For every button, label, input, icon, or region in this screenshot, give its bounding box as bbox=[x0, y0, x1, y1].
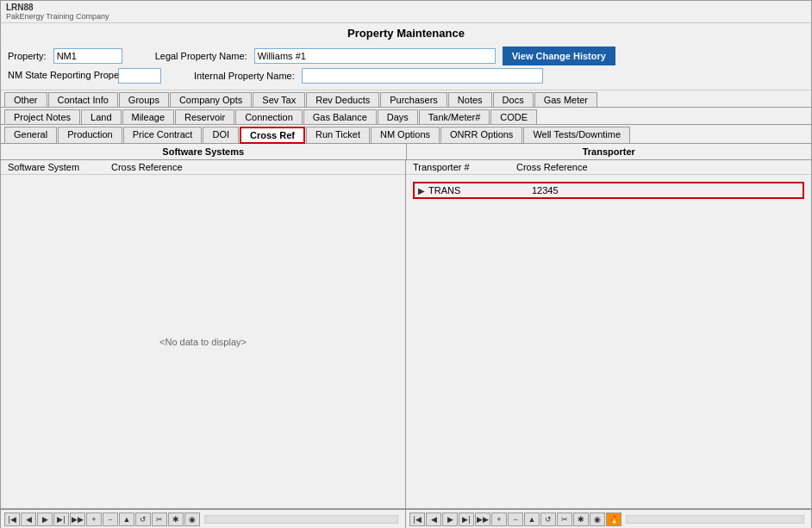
toolbar-btn-right-11[interactable]: ◉ bbox=[590, 512, 605, 526]
tab-run-ticket[interactable]: Run Ticket bbox=[306, 127, 370, 143]
right-col2-header: Cross Reference bbox=[516, 162, 620, 172]
toolbar-btn-left-3[interactable]: ▶| bbox=[53, 512, 69, 526]
toolbar-btn-right-4[interactable]: ▶▶ bbox=[475, 512, 490, 526]
left-scrollbar[interactable] bbox=[204, 515, 398, 524]
form-row-1: Property: Legal Property Name: View Chan… bbox=[8, 47, 804, 65]
toolbar-btn-right-10[interactable]: ✱ bbox=[573, 512, 589, 526]
panels: Software System Cross Reference <No data… bbox=[1, 160, 811, 508]
toolbar-btn-left-6[interactable]: − bbox=[103, 512, 118, 526]
right-col1-header: Transporter # bbox=[413, 162, 516, 172]
tab-nm-options[interactable]: NM Options bbox=[371, 127, 440, 143]
tab-code[interactable]: CODE bbox=[490, 109, 537, 124]
tab-well-tests/downtime[interactable]: Well Tests/Downtime bbox=[523, 127, 630, 143]
left-panel: Software System Cross Reference <No data… bbox=[1, 160, 406, 508]
right-panel: Transporter # Cross Reference ▶ TRANS 12… bbox=[406, 160, 811, 508]
main-window: LRN88 PakEnergy Training Company Propert… bbox=[0, 0, 812, 528]
toolbar-btn-right-2[interactable]: ▶ bbox=[442, 512, 458, 526]
tab-rev-deducts[interactable]: Rev Deducts bbox=[306, 92, 379, 107]
tab-company-opts[interactable]: Company Opts bbox=[170, 92, 252, 107]
tab-gas-meter[interactable]: Gas Meter bbox=[534, 92, 597, 107]
tab-project-notes[interactable]: Project Notes bbox=[4, 109, 80, 124]
tabs-row-3: GeneralProductionPrice ContractDOICross … bbox=[1, 125, 811, 144]
page-title: Property Maintenance bbox=[1, 23, 811, 43]
property-input[interactable] bbox=[53, 48, 122, 64]
left-panel-body: <No data to display> bbox=[1, 175, 405, 508]
toolbar-btn-left-1[interactable]: ◀ bbox=[21, 512, 36, 526]
tab-purchasers[interactable]: Purchasers bbox=[380, 92, 447, 107]
toolbar-btn-left-0[interactable]: |◀ bbox=[4, 512, 20, 526]
form-area: Property: Legal Property Name: View Chan… bbox=[1, 43, 811, 90]
cross-ref-value: 12345 bbox=[532, 185, 635, 196]
toolbar-btn-right-0[interactable]: |◀ bbox=[409, 512, 425, 526]
tab-onrr-options[interactable]: ONRR Options bbox=[440, 127, 522, 143]
toolbar-btn-left-7[interactable]: ▲ bbox=[119, 512, 134, 526]
toolbar-btn-left-9[interactable]: ✂ bbox=[152, 512, 167, 526]
right-col-headers: Transporter # Cross Reference bbox=[406, 160, 811, 175]
tab-price-contract[interactable]: Price Contract bbox=[123, 127, 203, 143]
form-row-2: NM State Reporting Property#: Internal P… bbox=[8, 68, 804, 84]
tab-notes[interactable]: Notes bbox=[448, 92, 492, 107]
tab-other[interactable]: Other bbox=[4, 92, 47, 107]
tab-tank/meter#[interactable]: Tank/Meter# bbox=[419, 109, 490, 124]
view-history-button[interactable]: View Change History bbox=[503, 47, 615, 65]
table-row[interactable]: ▶ TRANS 12345 bbox=[415, 183, 803, 197]
transporter-num: TRANS bbox=[428, 185, 532, 196]
tabs-row-1: OtherContact InfoGroupsCompany OptsSev T… bbox=[1, 90, 811, 108]
internal-name-input[interactable] bbox=[302, 68, 543, 84]
row-arrow: ▶ bbox=[418, 186, 425, 196]
left-col2-header: Cross Reference bbox=[111, 162, 215, 172]
toolbar-btn-left-10[interactable]: ✱ bbox=[168, 512, 184, 526]
toolbar-btn-right-5[interactable]: + bbox=[491, 512, 507, 526]
property-label: Property: bbox=[8, 51, 47, 61]
internal-name-label: Internal Property Name: bbox=[194, 71, 295, 81]
tab-docs[interactable]: Docs bbox=[493, 92, 534, 107]
toolbar-btn-right-1[interactable]: ◀ bbox=[426, 512, 441, 526]
tab-gas-balance[interactable]: Gas Balance bbox=[303, 109, 377, 124]
toolbar-btn-right-8[interactable]: ↺ bbox=[540, 512, 556, 526]
toolbar-btn-orange[interactable]: 🔥 bbox=[606, 512, 621, 526]
app-id: LRN88 bbox=[6, 3, 806, 12]
legal-name-input[interactable] bbox=[254, 48, 496, 64]
tab-reservoir[interactable]: Reservoir bbox=[175, 109, 234, 124]
toolbar-btn-right-3[interactable]: ▶| bbox=[459, 512, 474, 526]
legal-name-label: Legal Property Name: bbox=[155, 51, 247, 61]
tab-production[interactable]: Production bbox=[58, 127, 122, 143]
nm-state-label: NM State Reporting Property#: bbox=[8, 70, 111, 81]
left-section-header: Software Systems bbox=[1, 144, 407, 159]
tab-days[interactable]: Days bbox=[378, 109, 418, 124]
company-name: PakEnergy Training Company bbox=[6, 12, 806, 21]
left-col1-header: Software System bbox=[8, 162, 111, 172]
tab-general[interactable]: General bbox=[4, 127, 57, 143]
toolbar-btn-right-9[interactable]: ✂ bbox=[557, 512, 572, 526]
right-section-header: Transporter bbox=[407, 144, 812, 159]
bottom-split: |◀◀▶▶|▶▶+−▲↺✂✱◉ |◀◀▶▶|▶▶+−▲↺✂✱◉🔥 bbox=[1, 508, 811, 527]
bottom-right-toolbar: |◀◀▶▶|▶▶+−▲↺✂✱◉🔥 bbox=[406, 509, 811, 527]
right-toolbar: |◀◀▶▶|▶▶+−▲↺✂✱◉🔥 bbox=[406, 509, 811, 528]
tab-connection[interactable]: Connection bbox=[235, 109, 303, 124]
tab-contact-info[interactable]: Contact Info bbox=[48, 92, 118, 107]
tab-sev-tax[interactable]: Sev Tax bbox=[253, 92, 305, 107]
toolbar-btn-left-2[interactable]: ▶ bbox=[37, 512, 53, 526]
right-data-area: ▶ TRANS 12345 bbox=[406, 175, 811, 206]
left-toolbar: |◀◀▶▶|▶▶+−▲↺✂✱◉ bbox=[1, 509, 405, 528]
toolbar-btn-right-6[interactable]: − bbox=[508, 512, 523, 526]
toolbar-btn-left-11[interactable]: ◉ bbox=[184, 512, 200, 526]
no-data-text: <No data to display> bbox=[159, 337, 247, 347]
right-scrollbar[interactable] bbox=[626, 515, 804, 524]
bottom-left-toolbar: |◀◀▶▶|▶▶+−▲↺✂✱◉ bbox=[1, 509, 406, 527]
tabs-row-2: Project NotesLandMileageReservoirConnect… bbox=[1, 108, 811, 125]
tab-land[interactable]: Land bbox=[81, 109, 121, 124]
tab-cross-ref[interactable]: Cross Ref bbox=[240, 127, 305, 144]
tab-groups[interactable]: Groups bbox=[119, 92, 169, 107]
nm-state-input[interactable] bbox=[118, 68, 161, 84]
tab-mileage[interactable]: Mileage bbox=[122, 109, 175, 124]
title-bar: LRN88 PakEnergy Training Company bbox=[1, 1, 811, 23]
toolbar-btn-left-8[interactable]: ↺ bbox=[135, 512, 151, 526]
tab-doi[interactable]: DOI bbox=[203, 127, 239, 143]
toolbar-btn-right-7[interactable]: ▲ bbox=[524, 512, 540, 526]
toolbar-btn-left-4[interactable]: ▶▶ bbox=[70, 512, 85, 526]
transporter-table: ▶ TRANS 12345 bbox=[413, 182, 804, 199]
left-col-headers: Software System Cross Reference bbox=[1, 160, 405, 175]
section-headers: Software Systems Transporter bbox=[1, 144, 811, 160]
toolbar-btn-left-5[interactable]: + bbox=[86, 512, 102, 526]
